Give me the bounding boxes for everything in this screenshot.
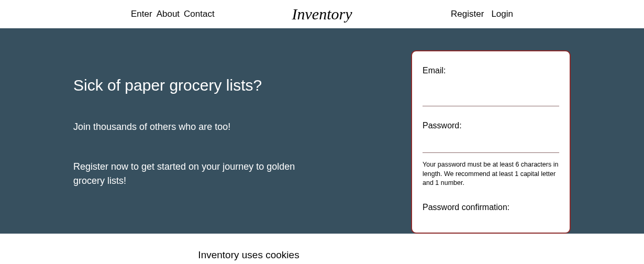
brand-logo: Inventory xyxy=(292,5,352,23)
nav-right: Register Login xyxy=(451,9,513,19)
hero-sub1: Join thousands of others who are too! xyxy=(73,122,356,133)
register-form: Email: Password: Your password must be a… xyxy=(411,50,571,234)
nav-login[interactable]: Login xyxy=(491,9,513,19)
nav-left: Enter About Contact xyxy=(131,9,215,19)
top-nav: Enter About Contact Inventory Register L… xyxy=(0,0,644,28)
password-input[interactable] xyxy=(423,136,559,153)
hero-sub2: Register now to get started on your jour… xyxy=(73,160,304,188)
cookies-banner: Inventory uses cookies xyxy=(0,234,644,264)
cookies-text: Inventory uses cookies xyxy=(198,249,299,261)
nav-register[interactable]: Register xyxy=(451,9,484,19)
nav-contact[interactable]: Contact xyxy=(184,9,215,19)
nav-about[interactable]: About xyxy=(157,9,180,19)
email-label: Email: xyxy=(423,66,559,75)
hero-section: Sick of paper grocery lists? Join thousa… xyxy=(0,28,644,234)
password-confirm-label: Password confirmation: xyxy=(423,203,559,212)
nav-enter[interactable]: Enter xyxy=(131,9,152,19)
password-label: Password: xyxy=(423,121,559,130)
email-input[interactable] xyxy=(423,89,559,106)
hero-copy: Sick of paper grocery lists? Join thousa… xyxy=(73,28,356,234)
hero-heading: Sick of paper grocery lists? xyxy=(73,76,356,94)
password-helper: Your password must be at least 6 charact… xyxy=(423,160,559,188)
